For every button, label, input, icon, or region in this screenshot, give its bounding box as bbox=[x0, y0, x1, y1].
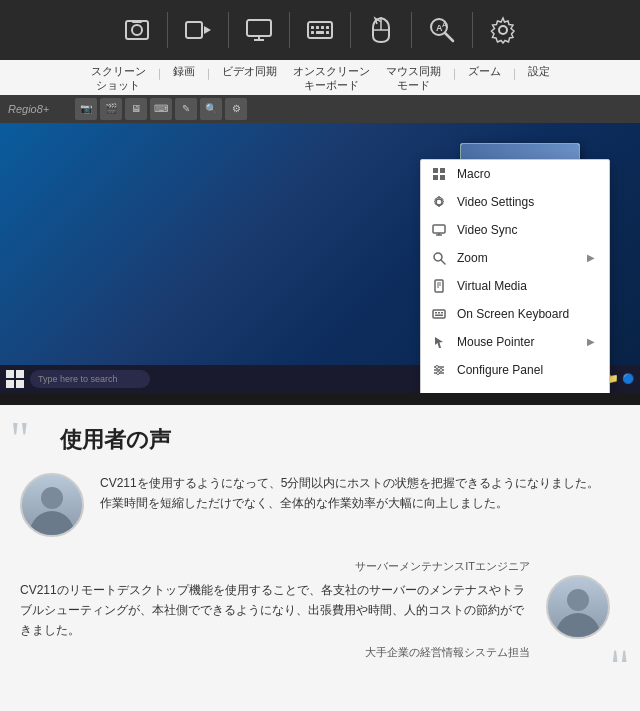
menu-label-zoom: Zoom bbox=[457, 251, 488, 265]
menu-label-mouse-pointer: Mouse Pointer bbox=[457, 335, 534, 349]
label-screenshot[interactable]: スクリーン ショット bbox=[83, 64, 154, 93]
svg-rect-26 bbox=[440, 175, 445, 180]
mouse-button[interactable] bbox=[359, 8, 403, 52]
remote-inner-toolbar: 📷 🎬 🖥 ⌨ ✎ 🔍 ⚙ bbox=[75, 98, 247, 120]
context-menu: Macro Video Settings Video Sync bbox=[420, 159, 610, 393]
svg-rect-0 bbox=[126, 21, 148, 39]
svg-rect-9 bbox=[311, 26, 314, 29]
win-start-button[interactable] bbox=[6, 370, 24, 388]
mouse-pointer-icon bbox=[431, 334, 447, 350]
keyboard-button[interactable] bbox=[298, 8, 342, 52]
svg-point-45 bbox=[436, 365, 439, 368]
svg-point-22 bbox=[499, 26, 507, 34]
avatar-2 bbox=[546, 575, 610, 639]
menu-item-keyboard[interactable]: On Screen Keyboard bbox=[421, 300, 609, 328]
label-mouse[interactable]: マウス同期 モード bbox=[378, 64, 449, 93]
menu-item-video-sync[interactable]: Video Sync bbox=[421, 216, 609, 244]
screenshot-button[interactable] bbox=[115, 8, 159, 52]
svg-rect-3 bbox=[186, 22, 202, 38]
svg-text:A: A bbox=[442, 21, 447, 28]
svg-rect-15 bbox=[326, 31, 329, 34]
zoom-icon bbox=[431, 250, 447, 266]
sep-4 bbox=[350, 12, 351, 48]
mouse-pointer-arrow: ▶ bbox=[587, 336, 595, 347]
label-keyboard[interactable]: オンスクリーン キーボード bbox=[285, 64, 378, 93]
svg-rect-13 bbox=[311, 31, 314, 34]
configure-panel-icon bbox=[431, 362, 447, 378]
label-record[interactable]: 録画 bbox=[165, 64, 203, 78]
win-search-box[interactable]: Type here to search bbox=[30, 370, 150, 388]
label-zoom[interactable]: ズーム bbox=[460, 64, 509, 78]
sep-2 bbox=[228, 12, 229, 48]
svg-rect-38 bbox=[435, 312, 437, 314]
remote-logo: Regio8+ bbox=[8, 103, 49, 115]
testimonials-section: " 使用者の声 CV211を使用するようになって、5分間以内にホストの状態を把握… bbox=[0, 405, 640, 680]
menu-item-macro[interactable]: Macro bbox=[421, 160, 609, 188]
svg-rect-12 bbox=[326, 26, 329, 29]
svg-rect-14 bbox=[316, 31, 324, 34]
remote-btn-mouse[interactable]: ✎ bbox=[175, 98, 197, 120]
remote-btn-settings[interactable]: ⚙ bbox=[225, 98, 247, 120]
svg-rect-40 bbox=[441, 312, 443, 314]
menu-item-zoom[interactable]: Zoom ▶ bbox=[421, 244, 609, 272]
keyboard-icon bbox=[431, 306, 447, 322]
svg-rect-24 bbox=[440, 168, 445, 173]
svg-point-1 bbox=[132, 25, 142, 35]
menu-item-upgrade[interactable]: ↑ Upgrade bbox=[421, 384, 609, 393]
sep-3 bbox=[289, 12, 290, 48]
avatar-body-2 bbox=[556, 613, 600, 637]
remote-btn-screenshot[interactable]: 📷 bbox=[75, 98, 97, 120]
svg-rect-37 bbox=[433, 310, 445, 318]
testimonial-content-2: サーバーメンテナンスITエンジニア CV211のリモートデスクトップ機能を使用す… bbox=[20, 555, 530, 660]
svg-rect-25 bbox=[433, 175, 438, 180]
svg-rect-11 bbox=[321, 26, 324, 29]
video-sync-button[interactable] bbox=[237, 8, 281, 52]
label-settings[interactable]: 設定 bbox=[520, 64, 558, 78]
menu-label-virtual-media: Virtual Media bbox=[457, 279, 527, 293]
menu-label-macro: Macro bbox=[457, 167, 490, 181]
svg-rect-41 bbox=[435, 314, 443, 316]
svg-point-46 bbox=[440, 368, 443, 371]
settings-button[interactable] bbox=[481, 8, 525, 52]
menu-label-video-sync: Video Sync bbox=[457, 223, 518, 237]
zoom-arrow: ▶ bbox=[587, 252, 595, 263]
virtual-media-icon bbox=[431, 278, 447, 294]
testimonial-text-2: CV211のリモートデスクトップ機能を使用することで、各支社のサーバーのメンテナ… bbox=[20, 580, 530, 641]
testimonial-text-1: CV211を使用するようになって、5分間以内にホストの状態を把握できるようになり… bbox=[100, 473, 610, 514]
avatar-body-1 bbox=[30, 511, 74, 535]
label-sep-2: ｜ bbox=[203, 64, 214, 81]
menu-item-virtual-media[interactable]: Virtual Media bbox=[421, 272, 609, 300]
testimonial-row-1: CV211を使用するようになって、5分間以内にホストの状態を把握できるようになり… bbox=[20, 473, 610, 537]
svg-line-19 bbox=[445, 33, 453, 41]
avatar-head-2 bbox=[567, 589, 589, 611]
label-video-sync[interactable]: ビデオ同期 bbox=[214, 64, 285, 78]
svg-point-47 bbox=[437, 371, 440, 374]
remote-btn-zoom[interactable]: 🔍 bbox=[200, 98, 222, 120]
menu-label-keyboard: On Screen Keyboard bbox=[457, 307, 569, 321]
macro-icon bbox=[431, 166, 447, 182]
video-settings-icon bbox=[431, 194, 447, 210]
svg-marker-4 bbox=[204, 26, 211, 34]
remote-btn-monitor[interactable]: 🖥 bbox=[125, 98, 147, 120]
menu-item-video-settings[interactable]: Video Settings bbox=[421, 188, 609, 216]
remote-btn-keyboard[interactable]: ⌨ bbox=[150, 98, 172, 120]
sep-6 bbox=[472, 12, 473, 48]
win-titlebar2 bbox=[461, 144, 579, 160]
svg-rect-39 bbox=[438, 312, 440, 314]
menu-label-video-settings: Video Settings bbox=[457, 195, 534, 209]
avatar-2-wrapper bbox=[546, 575, 610, 639]
svg-line-32 bbox=[441, 260, 445, 264]
testimonial-2-wrapper: サーバーメンテナンスITエンジニア CV211のリモートデスクトップ機能を使用す… bbox=[20, 555, 610, 660]
record-button[interactable] bbox=[176, 8, 220, 52]
zoom-button[interactable]: A A bbox=[420, 8, 464, 52]
remote-desktop-area: Regio8+ 📷 🎬 🖥 ⌨ ✎ 🔍 ⚙ Type here to searc… bbox=[0, 95, 640, 405]
menu-item-mouse-pointer[interactable]: Mouse Pointer ▶ bbox=[421, 328, 609, 356]
testimonial-role-1: サーバーメンテナンスITエンジニア bbox=[20, 559, 530, 574]
sep-5 bbox=[411, 12, 412, 48]
menu-item-configure-panel[interactable]: Configure Panel bbox=[421, 356, 609, 384]
svg-rect-10 bbox=[316, 26, 319, 29]
remote-btn-record[interactable]: 🎬 bbox=[100, 98, 122, 120]
menu-label-configure-panel: Configure Panel bbox=[457, 363, 543, 377]
svg-rect-5 bbox=[247, 20, 271, 36]
svg-rect-23 bbox=[433, 168, 438, 173]
